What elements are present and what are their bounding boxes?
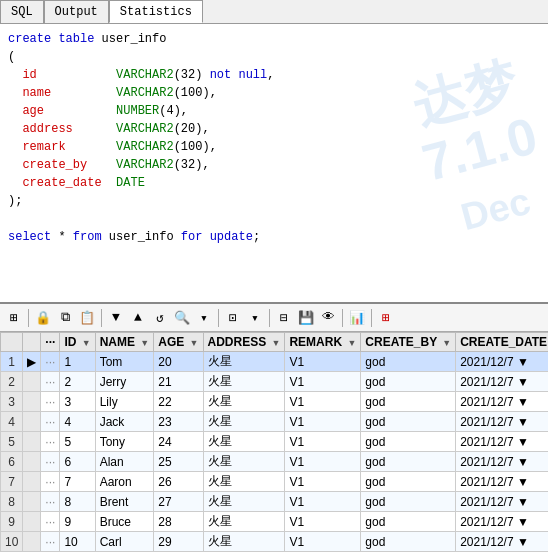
toolbar-up-btn[interactable]: ▲ (128, 308, 148, 328)
toolbar-save-btn[interactable]: 💾 (296, 308, 316, 328)
toolbar-down-btn[interactable]: ▼ (106, 308, 126, 328)
table-row[interactable]: 3···3Lily22火星V1god2021/12/7 ▼ (1, 392, 549, 412)
toolbar-dd2-btn[interactable]: ▾ (245, 308, 265, 328)
toolbar-sep-6 (371, 309, 372, 327)
th-address[interactable]: ADDRESS ▼ (203, 333, 285, 352)
tab-bar: SQL Output Statistics (0, 0, 548, 24)
toolbar-minus-btn[interactable]: ⊟ (274, 308, 294, 328)
table-row[interactable]: 2···2Jerry21火星V1god2021/12/7 ▼ (1, 372, 549, 392)
toolbar-refresh-btn[interactable]: ↺ (150, 308, 170, 328)
th-arrow (23, 333, 41, 352)
tab-statistics[interactable]: Statistics (109, 0, 203, 23)
toolbar-copy-btn[interactable]: ⧉ (55, 308, 75, 328)
toolbar-eye-btn[interactable]: 👁 (318, 308, 338, 328)
toolbar-sep-2 (101, 309, 102, 327)
th-create-by[interactable]: CREATE_BY ▼ (361, 333, 456, 352)
toolbar-grid2-btn[interactable]: ⊞ (376, 308, 396, 328)
th-dots: ··· (41, 333, 60, 352)
toolbar-sep-5 (342, 309, 343, 327)
toolbar-lock-btn[interactable]: 🔒 (33, 308, 53, 328)
table-row[interactable]: 8···8Brent27火星V1god2021/12/7 ▼ (1, 492, 549, 512)
data-table: ··· ID ▼ NAME ▼ AGE ▼ ADDRESS ▼ REMARK ▼… (0, 332, 548, 552)
th-age[interactable]: AGE ▼ (154, 333, 203, 352)
th-create-date[interactable]: CREATE_DATE ▼ (456, 333, 548, 352)
toolbar-sep-1 (28, 309, 29, 327)
toolbar-sep-3 (218, 309, 219, 327)
table-row[interactable]: 10···10Carl29火星V1god2021/12/7 ▼ (1, 532, 549, 552)
table-row[interactable]: 1▶···1Tom20火星V1god2021/12/7 ▼ (1, 352, 549, 372)
th-name[interactable]: NAME ▼ (95, 333, 154, 352)
toolbar-chart-btn[interactable]: 📊 (347, 308, 367, 328)
toolbar-sep-4 (269, 309, 270, 327)
table-row[interactable]: 9···9Bruce28火星V1god2021/12/7 ▼ (1, 512, 549, 532)
th-id[interactable]: ID ▼ (60, 333, 95, 352)
data-table-wrapper[interactable]: ··· ID ▼ NAME ▼ AGE ▼ ADDRESS ▼ REMARK ▼… (0, 332, 548, 553)
sql-code-block: create table user_info ( id VARCHAR2(32)… (0, 24, 548, 252)
toolbar-search-btn[interactable]: 🔍 (172, 308, 192, 328)
toolbar-dd1-btn[interactable]: ▾ (194, 308, 214, 328)
tab-sql[interactable]: SQL (0, 0, 44, 23)
toolbar-grid-btn[interactable]: ⊞ (4, 308, 24, 328)
toolbar-box-btn[interactable]: ⊡ (223, 308, 243, 328)
sql-editor[interactable]: create table user_info ( id VARCHAR2(32)… (0, 24, 548, 304)
tab-output[interactable]: Output (44, 0, 109, 23)
th-remark[interactable]: REMARK ▼ (285, 333, 361, 352)
table-row[interactable]: 6···6Alan25火星V1god2021/12/7 ▼ (1, 452, 549, 472)
table-row[interactable]: 4···4Jack23火星V1god2021/12/7 ▼ (1, 412, 549, 432)
th-rownum (1, 333, 23, 352)
table-row[interactable]: 5···5Tony24火星V1god2021/12/7 ▼ (1, 432, 549, 452)
table-row[interactable]: 7···7Aaron26火星V1god2021/12/7 ▼ (1, 472, 549, 492)
data-toolbar: ⊞ 🔒 ⧉ 📋 ▼ ▲ ↺ 🔍 ▾ ⊡ ▾ ⊟ 💾 👁 📊 ⊞ (0, 304, 548, 332)
toolbar-paste-btn[interactable]: 📋 (77, 308, 97, 328)
